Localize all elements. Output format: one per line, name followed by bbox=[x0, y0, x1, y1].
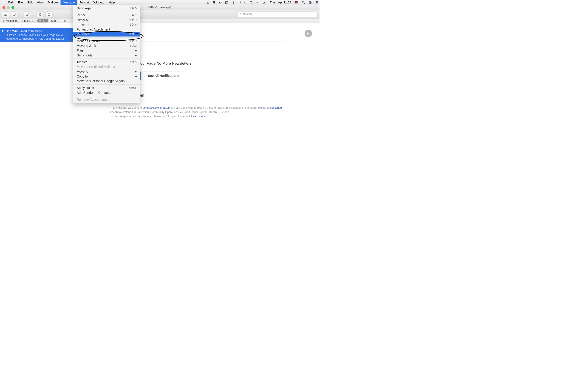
menu-message[interactable]: Message bbox=[61, 0, 77, 5]
system-menubar: Mail File Edit View Mailbox Message Form… bbox=[0, 0, 320, 5]
volume-icon[interactable]: 🔊 bbox=[261, 0, 268, 5]
svg-rect-3 bbox=[250, 1, 252, 3]
menu-item[interactable]: Set Priority▶ bbox=[73, 53, 140, 58]
fav-inbox[interactable]: Inbox (1)⌄ bbox=[21, 19, 36, 23]
menu-item[interactable]: Redirect⇧⌘E bbox=[73, 32, 140, 37]
fav-vips[interactable]: VIPs⌄ bbox=[37, 19, 48, 23]
menu-item[interactable]: Move to▶ bbox=[73, 69, 140, 74]
status-icon[interactable]: ◎ bbox=[205, 0, 211, 5]
svg-rect-12 bbox=[26, 13, 28, 14]
fav-flagged[interactable]: Fla bbox=[61, 19, 68, 23]
wifi-icon[interactable] bbox=[230, 0, 237, 5]
menu-edit[interactable]: Edit bbox=[25, 0, 35, 5]
svg-text:4: 4 bbox=[226, 2, 227, 3]
menu-item[interactable]: Copy to▶ bbox=[73, 74, 140, 79]
svg-point-6 bbox=[302, 1, 304, 3]
get-mail-button[interactable] bbox=[2, 11, 9, 17]
titlebar: VIPs (1 message) bbox=[0, 5, 320, 10]
menu-view[interactable]: View bbox=[35, 0, 46, 5]
menu-item[interactable]: Reply⌘R bbox=[73, 13, 140, 18]
menu-item[interactable]: Flag▶ bbox=[73, 48, 140, 53]
timemachine-icon[interactable]: ↺ bbox=[237, 0, 242, 5]
app-menu[interactable]: Mail bbox=[6, 0, 16, 5]
menu-item[interactable]: Forward as Attachment bbox=[73, 27, 140, 32]
menu-format[interactable]: Format bbox=[77, 0, 91, 5]
message-menu-dropdown: Send Again⇧⌘DReply⌘RReply All⇧⌘RForward⇧… bbox=[73, 5, 140, 103]
menu-item[interactable]: Reply All⇧⌘R bbox=[73, 18, 140, 23]
search-placeholder: Search bbox=[243, 13, 252, 16]
fav-sent[interactable]: Sent⌄ bbox=[50, 19, 60, 23]
toolbar: Search bbox=[0, 10, 320, 19]
menu-item: Remove Attachments bbox=[73, 97, 140, 102]
bluetooth-icon[interactable]: ⎋ bbox=[242, 0, 248, 5]
svg-rect-18 bbox=[3, 20, 5, 22]
menu-file[interactable]: File bbox=[16, 0, 25, 5]
delete-button[interactable] bbox=[37, 11, 44, 17]
mail-window: VIPs (1 message) Search Mailboxes Inbox … bbox=[0, 5, 320, 200]
svg-rect-5 bbox=[259, 2, 259, 3]
see-notifications-button[interactable]: See All Notifications bbox=[144, 72, 183, 80]
favorites-bar: Mailboxes Inbox (1)⌄ VIPs⌄ Sent⌄ Fla bbox=[0, 19, 320, 23]
search-icon bbox=[240, 13, 242, 16]
compose-button[interactable] bbox=[11, 11, 18, 17]
menu-item[interactable]: Forward⇧⌘F bbox=[73, 22, 140, 27]
calendar-icon[interactable]: 4 bbox=[223, 0, 230, 5]
learn-more-link[interactable]: Learn more. bbox=[191, 115, 206, 118]
airplay-icon[interactable] bbox=[248, 0, 254, 5]
menu-item: Move to Predicted Mailbox bbox=[73, 65, 140, 69]
battery-icon[interactable] bbox=[254, 0, 261, 5]
unsubscribe-link[interactable]: unsubscribe bbox=[267, 106, 282, 110]
footer-email-link[interactable]: peterakkies@gmail.com bbox=[143, 106, 172, 110]
menu-item[interactable]: Move to "Personal Google" Again bbox=[73, 79, 140, 83]
menu-item[interactable]: Apply Rules⌥⌘L bbox=[73, 85, 140, 90]
svg-rect-10 bbox=[4, 13, 7, 15]
svg-point-16 bbox=[240, 13, 241, 15]
menu-window[interactable]: Window bbox=[91, 0, 106, 5]
svg-point-8 bbox=[309, 1, 312, 4]
svg-line-17 bbox=[241, 15, 242, 15]
menu-item[interactable]: Mark as Unread⇧⌘U bbox=[73, 39, 140, 43]
clock[interactable]: Thu 4 Apr 11:04 bbox=[268, 1, 293, 4]
menu-item[interactable]: Send Again⇧⌘D bbox=[73, 6, 140, 11]
search-field[interactable]: Search bbox=[238, 11, 318, 17]
email-footer: This message was sent to peterakkies@gma… bbox=[110, 106, 285, 119]
spotlight-icon[interactable] bbox=[300, 0, 307, 5]
menu-item[interactable]: Add Sender to Contacts bbox=[73, 90, 140, 95]
menu-mailbox[interactable]: Mailbox bbox=[46, 0, 61, 5]
minimize-window-button[interactable] bbox=[7, 6, 10, 9]
menu-help[interactable]: Help bbox=[106, 0, 117, 5]
input-flag[interactable] bbox=[293, 0, 300, 5]
siri-icon[interactable] bbox=[307, 0, 313, 5]
unread-dot-icon bbox=[2, 30, 4, 32]
status-icon[interactable] bbox=[211, 0, 217, 5]
mailboxes-toggle[interactable]: Mailboxes bbox=[2, 19, 19, 23]
svg-line-7 bbox=[304, 3, 305, 4]
svg-point-2 bbox=[233, 3, 234, 4]
archive-button[interactable] bbox=[24, 11, 31, 17]
menu-item[interactable]: Archive^⌘A bbox=[73, 60, 140, 65]
window-title: VIPs (1 message) bbox=[148, 6, 171, 9]
notification-center-icon[interactable]: ☰ bbox=[313, 0, 320, 5]
zoom-window-button[interactable] bbox=[11, 6, 14, 9]
menu-item[interactable]: Move to Junk⇧⌘J bbox=[73, 43, 140, 48]
sender-avatar: F bbox=[304, 30, 312, 37]
clock-icon[interactable]: ◐ bbox=[217, 0, 224, 5]
close-window-button[interactable] bbox=[2, 6, 5, 9]
svg-rect-13 bbox=[26, 14, 28, 16]
junk-button[interactable] bbox=[45, 11, 52, 17]
